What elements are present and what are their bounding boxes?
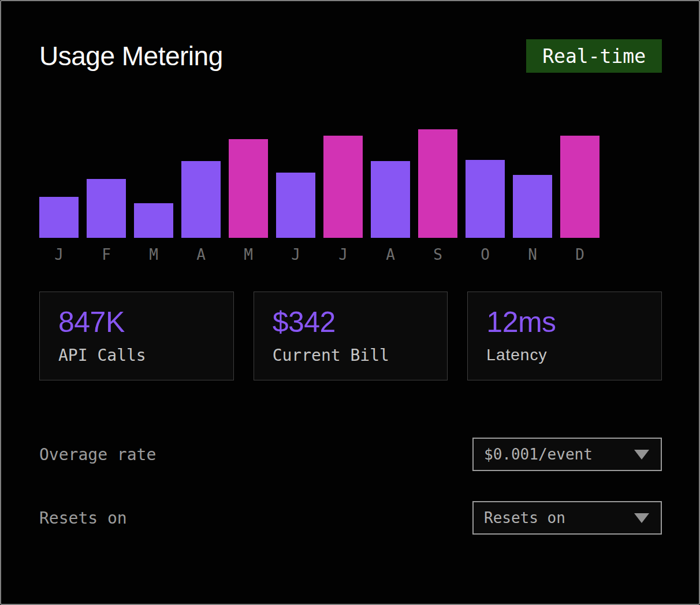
usage-bar: [181, 161, 221, 238]
stat-value: 12ms: [486, 307, 643, 338]
setting-label: Resets on: [39, 509, 127, 528]
settings-row: Overage rate$0.001/event: [39, 438, 662, 471]
month-label: M: [229, 246, 268, 264]
setting-label: Overage rate: [39, 445, 156, 464]
usage-bar: [418, 129, 457, 238]
usage-bar: [229, 139, 268, 238]
stat-value: $342: [273, 307, 429, 338]
resets-on-select[interactable]: Resets on: [472, 501, 662, 535]
usage-bar-chart: JFMAMJJASOND: [39, 129, 662, 264]
stat-value: 847K: [58, 307, 215, 338]
month-label: S: [418, 246, 457, 264]
month-label: J: [276, 246, 315, 264]
bar-track: [87, 129, 126, 238]
usage-bar: [276, 173, 315, 238]
stat-card: 847KAPI Calls: [39, 292, 234, 380]
bar-track: [560, 129, 600, 238]
overage-rate-select[interactable]: $0.001/event: [472, 438, 662, 471]
chart-column: M: [134, 129, 173, 264]
usage-bar: [466, 160, 505, 238]
month-label: J: [39, 246, 79, 264]
month-label: J: [323, 246, 363, 264]
usage-bar: [560, 136, 600, 238]
chart-column: J: [276, 129, 315, 264]
bar-track: [39, 129, 79, 238]
month-label: D: [560, 246, 600, 264]
bar-track: [134, 129, 173, 238]
month-label: M: [134, 246, 173, 264]
chart-column: A: [371, 129, 410, 264]
chart-column: J: [39, 129, 79, 264]
usage-bar: [87, 179, 126, 238]
bar-track: [229, 129, 268, 238]
chart-column: O: [466, 129, 505, 264]
bar-track: [323, 129, 363, 238]
stat-card: 12msLatency: [467, 292, 662, 380]
usage-bar: [134, 203, 173, 238]
usage-bar: [513, 175, 552, 238]
usage-bar: [323, 136, 363, 238]
month-label: A: [181, 246, 221, 264]
stat-label: API Calls: [58, 346, 215, 365]
header: Usage Metering Real-time: [39, 38, 662, 74]
month-label: N: [513, 246, 552, 264]
month-label: F: [87, 246, 126, 264]
chart-column: F: [87, 129, 126, 264]
bar-track: [371, 129, 410, 238]
chart-column: J: [323, 129, 363, 264]
bar-track: [276, 129, 315, 238]
page-title: Usage Metering: [39, 40, 223, 72]
select-value: $0.001/event: [484, 446, 593, 463]
stat-label: Current Bill: [273, 346, 429, 365]
usage-metering-card: Usage Metering Real-time JFMAMJJASOND 84…: [0, 0, 700, 605]
bar-track: [513, 129, 552, 238]
chart-column: A: [181, 129, 221, 264]
chart-column: D: [560, 129, 600, 264]
chart-column: S: [418, 129, 457, 264]
settings-row: Resets onResets on: [39, 501, 662, 535]
select-value: Resets on: [484, 509, 565, 526]
stat-label: Latency: [486, 346, 643, 364]
chevron-down-icon: [634, 450, 649, 460]
bar-track: [181, 129, 221, 238]
realtime-badge: Real-time: [526, 39, 662, 73]
chart-column: M: [229, 129, 268, 264]
usage-bar: [39, 197, 79, 238]
chevron-down-icon: [634, 513, 649, 523]
month-label: O: [466, 246, 505, 264]
bar-track: [418, 129, 457, 238]
chart-column: N: [513, 129, 552, 264]
stats-row: 847KAPI Calls$342Current Bill12msLatency: [39, 292, 662, 380]
stat-card: $342Current Bill: [254, 292, 448, 380]
usage-bar: [371, 161, 410, 238]
bar-track: [466, 129, 505, 238]
settings-section: Overage rate$0.001/eventResets onResets …: [39, 438, 662, 535]
month-label: A: [371, 246, 410, 264]
